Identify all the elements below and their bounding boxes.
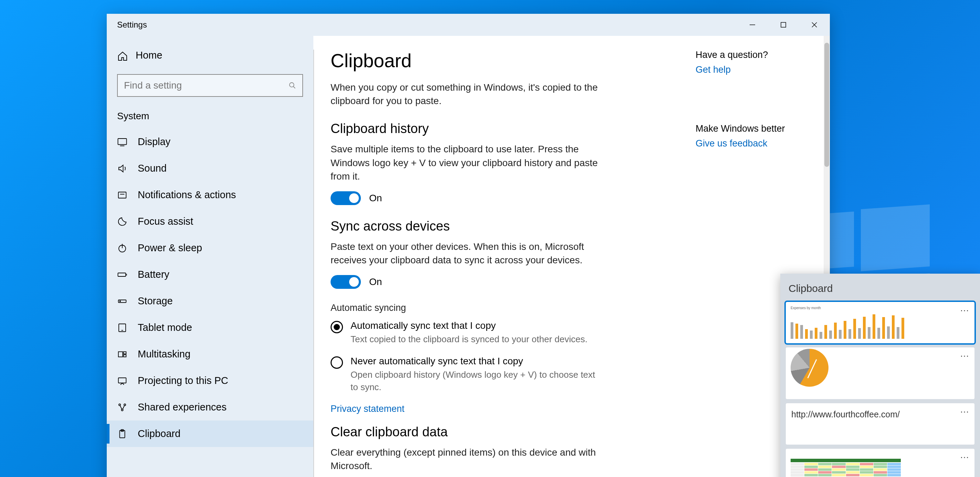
clipboard-item-url[interactable]: http://www.fourthcoffee.com/ ⋯ [786,403,975,445]
clipboard-flyout: Clipboard Expenses by month [780,274,980,477]
radio-never-sync[interactable]: Never automatically sync text that I cop… [331,356,675,393]
nav-label: Notifications & actions [138,189,236,201]
nav-label: Display [138,136,170,147]
get-help-link[interactable]: Get help [695,64,731,75]
projecting-icon [117,376,127,386]
sidebar-item-battery[interactable]: Battery [107,261,313,288]
focus-assist-icon [117,217,127,227]
svg-rect-8 [118,192,126,198]
automatic-syncing-label: Automatic syncing [331,303,675,313]
scrollbar-thumb[interactable] [824,43,829,167]
radio-auto-sync[interactable]: Automatically sync text that I copy Text… [331,320,675,345]
more-icon[interactable]: ⋯ [960,305,970,316]
maximize-button[interactable] [768,14,799,36]
display-icon [117,137,127,147]
make-better-label: Make Windows better [695,123,799,134]
svg-rect-21 [118,378,126,383]
sidebar-item-multitasking[interactable]: Multitasking [107,341,313,367]
svg-rect-12 [118,273,126,276]
category-label: System [107,107,313,129]
multitasking-icon [117,349,127,359]
sidebar-item-notifications[interactable]: Notifications & actions [107,182,313,208]
option-desc: Open clipboard history (Windows logo key… [350,369,598,393]
sidebar-item-projecting[interactable]: Projecting to this PC [107,367,313,394]
nav-label: Sound [138,163,167,174]
section-history-desc: Save multiple items to the clipboard to … [331,142,606,183]
nav-label: Storage [138,295,173,307]
divider [313,49,314,477]
svg-point-4 [290,83,294,87]
svg-rect-19 [124,351,126,354]
nav-label: Clipboard [138,428,180,439]
svg-point-23 [124,404,126,406]
svg-point-22 [119,404,121,406]
more-icon[interactable]: ⋯ [960,452,970,463]
clipboard-history-toggle[interactable] [331,191,361,205]
svg-rect-6 [118,139,127,145]
battery-icon [117,270,127,280]
nav-label: Tablet mode [138,322,192,333]
nav-label: Power & sleep [138,242,202,254]
svg-line-5 [293,86,296,89]
close-button[interactable] [799,14,830,36]
sidebar-item-storage[interactable]: Storage [107,288,313,314]
sidebar-item-display[interactable]: Display [107,129,313,155]
radio-button-icon [331,321,343,333]
flyout-title: Clipboard [789,282,972,294]
nav-label: Projecting to this PC [138,375,228,386]
svg-rect-20 [124,355,126,357]
nav-label: Multitasking [138,348,191,360]
section-sync-desc: Paste text on your other devices. When t… [331,240,606,267]
minimize-button[interactable] [737,14,768,36]
sidebar-item-clipboard[interactable]: Clipboard [107,421,313,447]
power-icon [117,243,127,253]
clipboard-item-chart[interactable]: Expenses by month ⋯ [786,302,975,343]
notifications-icon [117,190,127,200]
question-label: Have a question? [695,49,799,60]
spreadsheet-preview [791,453,908,477]
option-desc: Text copied to the clipboard is synced t… [350,333,587,345]
more-icon[interactable]: ⋯ [960,351,970,362]
clipboard-item-spreadsheet[interactable]: ⋯ [786,449,975,477]
sidebar-item-power-sleep[interactable]: Power & sleep [107,235,313,261]
option-label: Never automatically sync text that I cop… [350,356,598,367]
main-content: Clipboard When you copy or cut something… [313,36,830,477]
nav-label: Battery [138,269,169,280]
app-name: Settings [117,20,147,30]
section-history-title: Clipboard history [331,121,675,136]
svg-point-15 [120,300,121,302]
svg-point-24 [122,409,123,411]
feedback-link[interactable]: Give us feedback [695,138,768,149]
search-field[interactable] [124,80,288,91]
search-input[interactable] [117,74,303,97]
search-icon [288,82,296,89]
sync-toggle[interactable] [331,275,361,289]
settings-window: Settings Home [107,14,830,477]
toggle-state: On [369,193,382,204]
svg-rect-1 [781,22,786,27]
home-button[interactable]: Home [107,43,313,68]
section-clear-desc: Clear everything (except pinned items) o… [331,446,606,472]
option-label: Automatically sync text that I copy [350,320,587,331]
titlebar[interactable]: Settings [107,14,830,36]
sidebar-item-tablet-mode[interactable]: Tablet mode [107,314,313,341]
more-icon[interactable]: ⋯ [960,407,970,417]
bar-chart-preview: Expenses by month [791,307,908,338]
storage-icon [117,296,127,306]
page-title: Clipboard [331,49,675,72]
clip-text: http://www.fourthcoffee.com/ [791,408,900,421]
toggle-state: On [369,276,382,287]
intro-text: When you copy or cut something in Window… [331,81,606,107]
tablet-icon [117,322,127,333]
nav-label: Focus assist [138,216,193,227]
section-clear-title: Clear clipboard data [331,424,675,439]
clipboard-item-pie[interactable]: ⋯ [786,348,975,399]
sidebar-item-shared-experiences[interactable]: Shared experiences [107,394,313,421]
clipboard-icon [117,429,127,439]
home-icon [117,51,127,60]
privacy-statement-link[interactable]: Privacy statement [331,404,405,414]
sidebar-item-sound[interactable]: Sound [107,155,313,182]
sidebar-item-focus-assist[interactable]: Focus assist [107,208,313,235]
nav-label: Shared experiences [138,402,227,413]
svg-rect-18 [118,351,123,357]
